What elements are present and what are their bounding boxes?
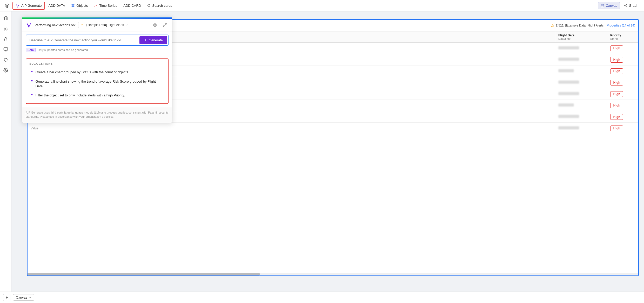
expand-button[interactable]: [161, 21, 169, 29]
suggestion-text-3: Filter the object set to only include al…: [36, 93, 125, 98]
aip-input-area: Generate Beta Only supported cards can b…: [22, 31, 172, 55]
close-circle-button[interactable]: [151, 21, 159, 29]
aip-logo-icon: [26, 22, 32, 28]
svg-text:(x): (x): [4, 27, 8, 31]
flight-date-cell: [555, 67, 607, 75]
search-cards-button[interactable]: Search cards: [145, 2, 175, 9]
chevron-down-icon: [125, 24, 128, 26]
sidebar-settings-icon[interactable]: [1, 65, 10, 75]
suggestion-item-3[interactable]: " Filter the object set to only include …: [29, 91, 165, 100]
aip-input-row: Generate: [26, 35, 169, 46]
svg-point-5: [148, 4, 150, 7]
flight-date-cell: [555, 44, 607, 52]
suggestion-text-2: Generate a line chart showing the trend …: [36, 79, 163, 89]
svg-marker-15: [4, 16, 8, 18]
aip-modal-header: Performing next actions on: ⚠ [Example D…: [22, 19, 172, 31]
svg-point-12: [626, 6, 627, 7]
dept-cell: Value: [28, 124, 555, 132]
svg-point-21: [4, 58, 7, 61]
svg-rect-18: [4, 48, 8, 50]
svg-rect-2: [73, 4, 75, 5]
dataset-warning-icon: ⚠: [81, 23, 84, 27]
suggestions-section: SUGGESTIONS " Create a bar chart grouped…: [26, 58, 169, 104]
priority-cell: High: [607, 55, 638, 65]
svg-line-14: [625, 6, 626, 6]
svg-rect-3: [72, 6, 73, 7]
sidebar-layers-icon[interactable]: [1, 14, 10, 23]
time-series-button[interactable]: Time Series: [91, 2, 120, 9]
suggestion-item-2[interactable]: " Generate a line chart showing the tren…: [29, 77, 165, 91]
priority-cell: High: [607, 123, 638, 133]
svg-line-6: [150, 6, 150, 7]
priority-cell: High: [607, 43, 638, 53]
suggestion-item-1[interactable]: " Create a bar chart grouped by Status w…: [29, 68, 165, 77]
generate-button[interactable]: Generate: [139, 36, 167, 44]
flight-date-cell: [555, 113, 607, 121]
flight-date-cell: [555, 90, 607, 98]
dataset-info: ⚠ 2,511 [Example Data] Flight Alerts: [551, 23, 604, 28]
aip-generate-button[interactable]: AIP Generate: [12, 2, 45, 10]
layers-icon[interactable]: [3, 2, 11, 10]
priority-cell: High: [607, 112, 638, 122]
sidebar-expression-icon[interactable]: (x): [1, 24, 10, 33]
sparkle-icon: [144, 38, 147, 42]
canvas-view-button[interactable]: Canvas: [598, 2, 620, 9]
svg-rect-7: [601, 4, 604, 7]
quote-icon-2: ": [31, 80, 33, 84]
aip-generate-modal: Performing next actions on: ⚠ [Example D…: [22, 17, 172, 123]
quote-icon-3: ": [31, 93, 33, 98]
beta-note: Only supported cards can be generated: [38, 48, 88, 51]
sidebar-function-icon[interactable]: [1, 34, 10, 44]
flight-date-cell: [555, 56, 607, 64]
top-nav: AIP Generate ADD DATA Objects Time Serie…: [0, 0, 644, 11]
performing-text: Performing next actions on:: [35, 23, 76, 27]
table-row[interactable]: Value High: [28, 123, 638, 134]
view-switcher: Canvas Graph: [598, 2, 641, 9]
main-content: Object set: [11, 11, 644, 292]
priority-cell: High: [607, 89, 638, 99]
add-card-button[interactable]: ADD CARD: [121, 2, 144, 9]
quote-icon-1: ": [31, 70, 33, 75]
svg-point-26: [5, 70, 6, 71]
svg-marker-0: [5, 4, 9, 6]
left-sidebar: (x): [0, 11, 11, 292]
flight-date-cell: [555, 124, 607, 132]
col-header-priority[interactable]: Priority String: [607, 31, 638, 42]
properties-link[interactable]: Properties (14 of 14): [607, 24, 635, 27]
flight-date-cell: [555, 78, 607, 87]
warning-icon: ⚠: [551, 23, 554, 28]
svg-point-11: [626, 4, 627, 5]
col-header-flight-date[interactable]: Flight Date Date/time: [555, 31, 607, 42]
priority-cell: High: [607, 78, 638, 88]
suggestions-heading: SUGGESTIONS: [29, 62, 165, 65]
aip-disclaimer: AIP Generate uses third-party large lang…: [22, 107, 172, 123]
dataset-selector-button[interactable]: ⚠ [Example Data] Flight Alerts: [78, 22, 130, 28]
sidebar-crosshair-icon[interactable]: [1, 55, 10, 64]
svg-line-13: [625, 5, 626, 6]
flight-date-cell: [555, 101, 607, 109]
priority-cell: High: [607, 101, 638, 110]
priority-cell: High: [607, 66, 638, 76]
svg-point-10: [624, 5, 625, 6]
add-data-button[interactable]: ADD DATA: [46, 2, 68, 9]
canvas-chevron-icon: [29, 296, 31, 299]
canvas-selector[interactable]: Canvas: [13, 294, 34, 301]
graph-view-button[interactable]: Graph: [621, 2, 641, 9]
objects-button[interactable]: Objects: [69, 2, 90, 9]
beta-badge: Beta: [26, 48, 36, 52]
aip-text-input[interactable]: [26, 36, 136, 45]
add-canvas-button[interactable]: +: [3, 294, 10, 301]
svg-rect-4: [73, 6, 75, 7]
beta-row: Beta Only supported cards can be generat…: [26, 48, 169, 52]
table-scrollbar[interactable]: [28, 273, 638, 275]
bottom-bar: + Canvas: [0, 292, 644, 303]
svg-rect-1: [72, 4, 73, 5]
suggestion-text-1: Create a bar chart grouped by Status wit…: [36, 70, 129, 75]
sidebar-monitor-icon[interactable]: [1, 45, 10, 54]
